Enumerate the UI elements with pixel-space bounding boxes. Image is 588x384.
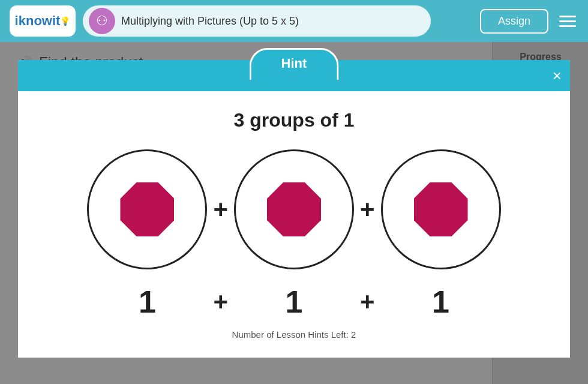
- title-icon: ⚇: [89, 8, 115, 34]
- octagon-2: [267, 182, 321, 236]
- modal-title: 3 groups of 1: [42, 109, 546, 131]
- header: iknowit 💡 ⚇ Multiplying with Pictures (U…: [0, 0, 588, 42]
- circle-group-3: [381, 149, 501, 269]
- numbers-row: 1 + 1 + 1: [42, 284, 546, 320]
- plus-num-1: +: [213, 287, 228, 316]
- menu-line-1: [559, 16, 576, 17]
- hints-left-text: Number of Lesson Hints Left: 2: [42, 329, 546, 346]
- octagon-1: [120, 182, 174, 236]
- plus-num-2: +: [360, 287, 375, 316]
- octagon-3: [414, 182, 468, 236]
- logo-icon: 💡: [60, 16, 70, 26]
- main-content: 🔊 Find the product. 3 groups of 1 Progre…: [0, 42, 588, 384]
- modal-header: Hint ×: [18, 60, 570, 91]
- assign-button[interactable]: Assign: [480, 9, 548, 34]
- title-pill: ⚇ Multiplying with Pictures (Up to 5 x 5…: [83, 5, 431, 37]
- menu-button[interactable]: [557, 13, 578, 29]
- circle-group-1: [87, 149, 207, 269]
- plus-2: +: [360, 195, 375, 224]
- header-actions: Assign: [480, 9, 578, 34]
- hint-tab-label: Hint: [281, 56, 307, 71]
- menu-line-2: [559, 20, 576, 22]
- modal-overlay: Hint × 3 groups of 1 + +: [0, 42, 588, 384]
- menu-line-3: [559, 25, 576, 27]
- hint-tab: Hint: [250, 48, 339, 80]
- title-dots-icon: ⚇: [96, 13, 108, 29]
- lesson-title: Multiplying with Pictures (Up to 5 x 5): [121, 15, 299, 28]
- groups-row: + +: [42, 149, 546, 269]
- modal-body: 3 groups of 1 + + 1 +: [18, 91, 570, 358]
- hint-modal: Hint × 3 groups of 1 + +: [18, 60, 570, 358]
- logo-text: iknowit: [15, 13, 61, 29]
- close-button[interactable]: ×: [553, 68, 562, 83]
- number-2: 1: [234, 284, 354, 320]
- plus-1: +: [213, 195, 228, 224]
- number-1: 1: [87, 284, 207, 320]
- circle-group-2: [234, 149, 354, 269]
- number-3: 1: [381, 284, 501, 320]
- logo: iknowit 💡: [10, 5, 76, 37]
